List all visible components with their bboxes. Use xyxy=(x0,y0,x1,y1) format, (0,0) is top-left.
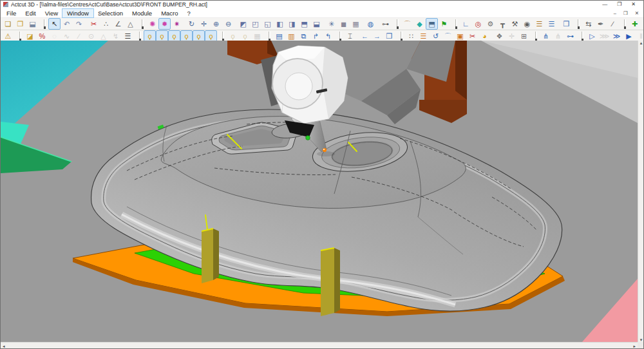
vertical-scrollbar[interactable]: ▴ ▾ xyxy=(638,41,644,342)
zoom-fit-button[interactable]: ✳ xyxy=(325,18,337,30)
rotate-view-button[interactable]: ↻ xyxy=(185,18,198,30)
copy-doc-icon: ⧉ xyxy=(301,33,307,40)
flag-go-button[interactable]: ⚑ xyxy=(438,18,450,30)
add-robot-button[interactable]: ✚ xyxy=(629,18,641,30)
menu-edit[interactable]: Edit xyxy=(21,9,40,17)
mdi-close-button[interactable]: ✕ xyxy=(635,10,639,16)
zoom-out-icon: ⊖ xyxy=(225,21,231,28)
mark-tool-2-button[interactable]: ✹ xyxy=(158,18,171,30)
toolbar-grip[interactable] xyxy=(43,19,47,29)
support-rib-front[interactable] xyxy=(202,229,219,283)
stylus-icon: ✒ xyxy=(598,21,603,28)
gem-tool-button[interactable]: ◆ xyxy=(413,18,426,30)
toolbar-grip[interactable] xyxy=(623,19,627,29)
add-stock-button[interactable]: ⊞ xyxy=(641,18,643,30)
measure-line-button[interactable]: ∕ xyxy=(607,18,619,30)
db-parts-button[interactable]: ☰ xyxy=(545,18,558,30)
scroll-left-arrow[interactable]: ◂ xyxy=(3,344,5,348)
toolbar-grip[interactable] xyxy=(221,32,225,41)
shade-grid-button[interactable]: ▦ xyxy=(350,18,362,30)
scroll-up-arrow[interactable]: ▴ xyxy=(640,41,643,45)
target-point-button[interactable]: ◎ xyxy=(472,18,484,30)
viewport-3d[interactable] xyxy=(1,41,638,342)
show-toolpaths-icon: ϙ xyxy=(172,33,176,40)
item-list-icon: ▥ xyxy=(288,33,294,40)
viewport-canvas[interactable] xyxy=(1,41,638,342)
arc-tool-button[interactable]: ⌒ xyxy=(401,18,413,30)
toolbar-grip[interactable] xyxy=(18,32,23,41)
toolbar-grip[interactable] xyxy=(395,19,400,29)
menu-module[interactable]: Module xyxy=(128,9,156,17)
toolbar-grip[interactable] xyxy=(454,19,459,29)
connector-button[interactable]: ⊶ xyxy=(379,18,392,30)
dim-dot-icon: ⊙ xyxy=(88,33,94,40)
toolbar-grip[interactable] xyxy=(399,32,404,41)
zoom-out-button[interactable]: ⊖ xyxy=(222,18,234,30)
toolbar-group: ↖↶↷ xyxy=(48,18,85,30)
support-rib-middle[interactable] xyxy=(321,248,340,316)
view-back-button[interactable]: ◱ xyxy=(261,18,274,30)
new-file-button[interactable]: ❏ xyxy=(2,18,14,30)
toolbar-grip[interactable] xyxy=(338,32,343,41)
eye-view-button[interactable]: ◉ xyxy=(521,18,533,30)
address-book-button[interactable]: ❒ xyxy=(560,18,573,30)
db-tools-button[interactable]: ☰ xyxy=(533,18,545,30)
polygon-tool-button[interactable]: △ xyxy=(124,18,137,30)
restore-button[interactable]: ❐ xyxy=(617,2,621,7)
menu-window[interactable]: Window xyxy=(62,9,93,17)
redo-button[interactable]: ↷ xyxy=(73,18,85,30)
mdi-minimize-button[interactable]: ‒ xyxy=(614,10,616,16)
view-iso-button[interactable]: ◩ xyxy=(237,18,249,30)
gear-pair-button[interactable]: ⚙ xyxy=(484,18,497,30)
menu-macro[interactable]: Macro xyxy=(156,9,182,17)
toolbar-grip[interactable] xyxy=(140,19,145,29)
zoom-in-button[interactable]: ⊕ xyxy=(210,18,222,30)
view-right-button[interactable]: ◨ xyxy=(286,18,298,30)
view-left-button[interactable]: ◧ xyxy=(274,18,286,30)
stylus-button[interactable]: ✒ xyxy=(594,18,607,30)
trim-tool-button[interactable]: ✂ xyxy=(88,18,100,30)
minimize-button[interactable]: — xyxy=(602,2,607,7)
export-doc-icon: ↱ xyxy=(313,33,319,40)
sim-pause-icon: ‖ xyxy=(639,33,643,40)
view-bottom-button[interactable]: ⬓ xyxy=(310,18,323,30)
tool-stand-button[interactable]: ┳ xyxy=(497,18,509,30)
tool-shadow xyxy=(317,151,335,156)
toolbar-grip[interactable] xyxy=(267,32,272,41)
view-top-button[interactable]: ⬒ xyxy=(298,18,310,30)
app-icon xyxy=(3,2,8,7)
menu-file[interactable]: File xyxy=(2,9,21,17)
scroll-down-arrow[interactable]: ▾ xyxy=(640,337,643,342)
open-file-button[interactable]: ❐ xyxy=(14,18,26,30)
menu-selection[interactable]: Selection xyxy=(93,9,128,17)
mark-tool-3-button[interactable]: ✷ xyxy=(171,18,183,30)
shade-solid-button[interactable]: ◼ xyxy=(337,18,350,30)
horizontal-scrollbar[interactable]: ◂ ▸ xyxy=(1,342,638,349)
led-indicator xyxy=(306,136,310,140)
swap-arrows-button[interactable]: ⇆ xyxy=(582,18,594,30)
machine-sim-button[interactable]: ⬒ xyxy=(426,18,438,30)
robot-arm-button[interactable]: ⚒ xyxy=(509,18,521,30)
select-cursor-button[interactable]: ↖ xyxy=(48,18,61,30)
dim-tri-icon: △ xyxy=(100,33,106,40)
toolbar-grip[interactable] xyxy=(534,32,538,41)
close-button[interactable]: ✕ xyxy=(631,2,636,7)
mark-tool-1-button[interactable]: ✺ xyxy=(146,18,158,30)
save-file-button[interactable]: ⬓ xyxy=(26,18,39,30)
menu-help[interactable]: ? xyxy=(183,9,195,17)
view-front-button[interactable]: ◰ xyxy=(249,18,261,30)
shade-grid-icon: ▦ xyxy=(352,21,359,28)
menu-view[interactable]: View xyxy=(41,9,62,17)
world-view-button[interactable]: ◍ xyxy=(365,18,377,30)
view-right-icon: ◨ xyxy=(289,21,295,28)
mdi-restore-button[interactable]: ❐ xyxy=(623,10,628,16)
frame-axes-button[interactable]: ∟ xyxy=(460,18,472,30)
scroll-right-arrow[interactable]: ▸ xyxy=(633,344,636,348)
pan-view-button[interactable]: ✛ xyxy=(198,18,210,30)
undo-button[interactable]: ↶ xyxy=(61,18,73,30)
toolbar-grip[interactable] xyxy=(138,32,142,41)
node-edit-button[interactable]: ∴ xyxy=(100,18,112,30)
angle-tool-button[interactable]: ∠ xyxy=(112,18,124,30)
toolbar-grip[interactable] xyxy=(580,32,585,41)
toolbar-grip[interactable] xyxy=(576,19,581,29)
